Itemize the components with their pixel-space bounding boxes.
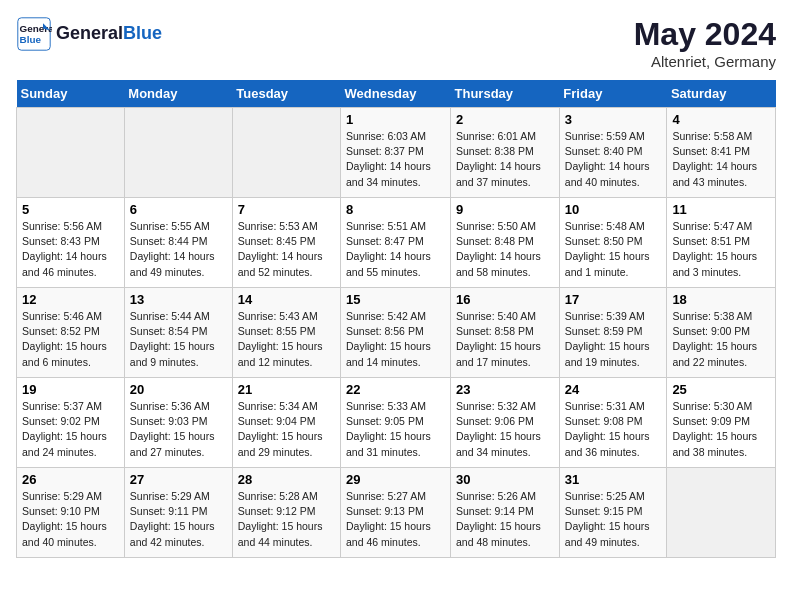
day-number: 22: [346, 382, 445, 397]
calendar-cell: 8Sunrise: 5:51 AM Sunset: 8:47 PM Daylig…: [341, 198, 451, 288]
calendar-cell: 5Sunrise: 5:56 AM Sunset: 8:43 PM Daylig…: [17, 198, 125, 288]
day-number: 4: [672, 112, 770, 127]
calendar-cell: 12Sunrise: 5:46 AM Sunset: 8:52 PM Dayli…: [17, 288, 125, 378]
page-header: General Blue GeneralBlue May 2024 Altenr…: [16, 16, 776, 70]
calendar-cell: 24Sunrise: 5:31 AM Sunset: 9:08 PM Dayli…: [559, 378, 667, 468]
day-info: Sunrise: 5:47 AM Sunset: 8:51 PM Dayligh…: [672, 219, 770, 280]
day-number: 30: [456, 472, 554, 487]
day-number: 20: [130, 382, 227, 397]
day-number: 8: [346, 202, 445, 217]
week-row-5: 26Sunrise: 5:29 AM Sunset: 9:10 PM Dayli…: [17, 468, 776, 558]
day-info: Sunrise: 5:34 AM Sunset: 9:04 PM Dayligh…: [238, 399, 335, 460]
day-info: Sunrise: 6:03 AM Sunset: 8:37 PM Dayligh…: [346, 129, 445, 190]
day-header-tuesday: Tuesday: [232, 80, 340, 108]
calendar-cell: 14Sunrise: 5:43 AM Sunset: 8:55 PM Dayli…: [232, 288, 340, 378]
calendar-cell: 6Sunrise: 5:55 AM Sunset: 8:44 PM Daylig…: [124, 198, 232, 288]
calendar-cell: 9Sunrise: 5:50 AM Sunset: 8:48 PM Daylig…: [451, 198, 560, 288]
day-number: 5: [22, 202, 119, 217]
day-number: 2: [456, 112, 554, 127]
calendar-cell: [124, 108, 232, 198]
day-number: 10: [565, 202, 662, 217]
day-number: 17: [565, 292, 662, 307]
day-info: Sunrise: 5:38 AM Sunset: 9:00 PM Dayligh…: [672, 309, 770, 370]
calendar-cell: 26Sunrise: 5:29 AM Sunset: 9:10 PM Dayli…: [17, 468, 125, 558]
day-number: 27: [130, 472, 227, 487]
day-number: 21: [238, 382, 335, 397]
calendar-cell: 17Sunrise: 5:39 AM Sunset: 8:59 PM Dayli…: [559, 288, 667, 378]
day-number: 12: [22, 292, 119, 307]
day-info: Sunrise: 5:39 AM Sunset: 8:59 PM Dayligh…: [565, 309, 662, 370]
day-number: 15: [346, 292, 445, 307]
day-info: Sunrise: 5:28 AM Sunset: 9:12 PM Dayligh…: [238, 489, 335, 550]
calendar-cell: 18Sunrise: 5:38 AM Sunset: 9:00 PM Dayli…: [667, 288, 776, 378]
week-row-4: 19Sunrise: 5:37 AM Sunset: 9:02 PM Dayli…: [17, 378, 776, 468]
calendar-cell: 29Sunrise: 5:27 AM Sunset: 9:13 PM Dayli…: [341, 468, 451, 558]
calendar-cell: 4Sunrise: 5:58 AM Sunset: 8:41 PM Daylig…: [667, 108, 776, 198]
day-header-sunday: Sunday: [17, 80, 125, 108]
day-number: 7: [238, 202, 335, 217]
calendar-cell: 7Sunrise: 5:53 AM Sunset: 8:45 PM Daylig…: [232, 198, 340, 288]
calendar-cell: 27Sunrise: 5:29 AM Sunset: 9:11 PM Dayli…: [124, 468, 232, 558]
calendar-cell: 22Sunrise: 5:33 AM Sunset: 9:05 PM Dayli…: [341, 378, 451, 468]
calendar-cell: 13Sunrise: 5:44 AM Sunset: 8:54 PM Dayli…: [124, 288, 232, 378]
day-number: 24: [565, 382, 662, 397]
calendar-cell: 3Sunrise: 5:59 AM Sunset: 8:40 PM Daylig…: [559, 108, 667, 198]
calendar-cell: 1Sunrise: 6:03 AM Sunset: 8:37 PM Daylig…: [341, 108, 451, 198]
day-number: 28: [238, 472, 335, 487]
day-info: Sunrise: 5:53 AM Sunset: 8:45 PM Dayligh…: [238, 219, 335, 280]
calendar-cell: 21Sunrise: 5:34 AM Sunset: 9:04 PM Dayli…: [232, 378, 340, 468]
day-info: Sunrise: 5:50 AM Sunset: 8:48 PM Dayligh…: [456, 219, 554, 280]
day-number: 6: [130, 202, 227, 217]
day-info: Sunrise: 5:29 AM Sunset: 9:10 PM Dayligh…: [22, 489, 119, 550]
day-info: Sunrise: 5:29 AM Sunset: 9:11 PM Dayligh…: [130, 489, 227, 550]
day-header-saturday: Saturday: [667, 80, 776, 108]
logo: General Blue GeneralBlue: [16, 16, 162, 52]
calendar-cell: 30Sunrise: 5:26 AM Sunset: 9:14 PM Dayli…: [451, 468, 560, 558]
month-year: May 2024: [634, 16, 776, 53]
day-info: Sunrise: 5:58 AM Sunset: 8:41 PM Dayligh…: [672, 129, 770, 190]
day-info: Sunrise: 5:56 AM Sunset: 8:43 PM Dayligh…: [22, 219, 119, 280]
day-number: 9: [456, 202, 554, 217]
day-info: Sunrise: 6:01 AM Sunset: 8:38 PM Dayligh…: [456, 129, 554, 190]
calendar-cell: 20Sunrise: 5:36 AM Sunset: 9:03 PM Dayli…: [124, 378, 232, 468]
svg-text:Blue: Blue: [20, 34, 42, 45]
calendar-cell: [17, 108, 125, 198]
calendar-cell: 11Sunrise: 5:47 AM Sunset: 8:51 PM Dayli…: [667, 198, 776, 288]
day-number: 14: [238, 292, 335, 307]
day-header-monday: Monday: [124, 80, 232, 108]
day-info: Sunrise: 5:42 AM Sunset: 8:56 PM Dayligh…: [346, 309, 445, 370]
title-block: May 2024 Altenriet, Germany: [634, 16, 776, 70]
day-info: Sunrise: 5:48 AM Sunset: 8:50 PM Dayligh…: [565, 219, 662, 280]
day-info: Sunrise: 5:51 AM Sunset: 8:47 PM Dayligh…: [346, 219, 445, 280]
calendar-cell: [232, 108, 340, 198]
logo-icon: General Blue: [16, 16, 52, 52]
day-info: Sunrise: 5:25 AM Sunset: 9:15 PM Dayligh…: [565, 489, 662, 550]
day-number: 3: [565, 112, 662, 127]
day-number: 26: [22, 472, 119, 487]
week-row-1: 1Sunrise: 6:03 AM Sunset: 8:37 PM Daylig…: [17, 108, 776, 198]
day-number: 29: [346, 472, 445, 487]
calendar-cell: 23Sunrise: 5:32 AM Sunset: 9:06 PM Dayli…: [451, 378, 560, 468]
day-number: 1: [346, 112, 445, 127]
day-number: 11: [672, 202, 770, 217]
day-info: Sunrise: 5:40 AM Sunset: 8:58 PM Dayligh…: [456, 309, 554, 370]
day-info: Sunrise: 5:55 AM Sunset: 8:44 PM Dayligh…: [130, 219, 227, 280]
day-number: 19: [22, 382, 119, 397]
calendar-cell: 10Sunrise: 5:48 AM Sunset: 8:50 PM Dayli…: [559, 198, 667, 288]
calendar-cell: [667, 468, 776, 558]
calendar-table: SundayMondayTuesdayWednesdayThursdayFrid…: [16, 80, 776, 558]
day-info: Sunrise: 5:33 AM Sunset: 9:05 PM Dayligh…: [346, 399, 445, 460]
week-row-2: 5Sunrise: 5:56 AM Sunset: 8:43 PM Daylig…: [17, 198, 776, 288]
day-info: Sunrise: 5:44 AM Sunset: 8:54 PM Dayligh…: [130, 309, 227, 370]
calendar-cell: 2Sunrise: 6:01 AM Sunset: 8:38 PM Daylig…: [451, 108, 560, 198]
day-info: Sunrise: 5:31 AM Sunset: 9:08 PM Dayligh…: [565, 399, 662, 460]
header-row: SundayMondayTuesdayWednesdayThursdayFrid…: [17, 80, 776, 108]
day-number: 16: [456, 292, 554, 307]
logo-text: GeneralBlue: [56, 23, 162, 45]
week-row-3: 12Sunrise: 5:46 AM Sunset: 8:52 PM Dayli…: [17, 288, 776, 378]
day-info: Sunrise: 5:32 AM Sunset: 9:06 PM Dayligh…: [456, 399, 554, 460]
calendar-cell: 19Sunrise: 5:37 AM Sunset: 9:02 PM Dayli…: [17, 378, 125, 468]
day-number: 31: [565, 472, 662, 487]
day-info: Sunrise: 5:27 AM Sunset: 9:13 PM Dayligh…: [346, 489, 445, 550]
day-header-thursday: Thursday: [451, 80, 560, 108]
